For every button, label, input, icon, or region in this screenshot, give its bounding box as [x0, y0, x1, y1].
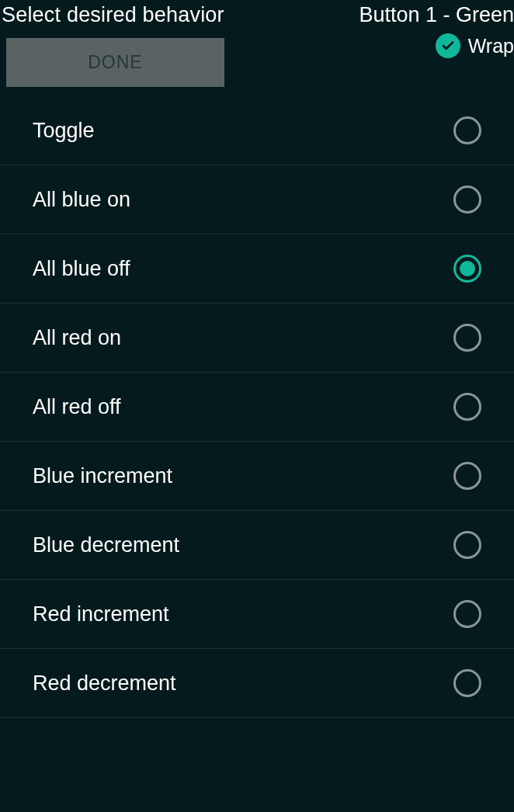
- radio-button[interactable]: [453, 186, 481, 213]
- header: Select desired behavior DONE Button 1 - …: [0, 0, 514, 87]
- option-label: Red increment: [33, 602, 169, 626]
- wrap-checkbox-row[interactable]: Wrap: [436, 33, 514, 58]
- option-row[interactable]: Blue increment: [0, 442, 514, 511]
- radio-button[interactable]: [453, 531, 481, 559]
- radio-button[interactable]: [453, 255, 481, 283]
- header-right: Button 1 - Green Wrap: [359, 3, 514, 58]
- option-row[interactable]: Red increment: [0, 580, 514, 649]
- option-label: All red on: [33, 326, 121, 350]
- option-label: All blue off: [33, 257, 130, 281]
- option-row[interactable]: All blue off: [0, 234, 514, 304]
- check-icon: [441, 39, 455, 53]
- option-row[interactable]: All blue on: [0, 165, 514, 234]
- option-label: Toggle: [33, 119, 95, 143]
- option-label: All blue on: [33, 188, 130, 212]
- page-subtitle: Button 1 - Green: [359, 3, 514, 27]
- option-row[interactable]: All red on: [0, 304, 514, 373]
- option-label: All red off: [33, 395, 121, 419]
- header-left: Select desired behavior DONE: [0, 3, 224, 87]
- done-button[interactable]: DONE: [6, 38, 224, 87]
- option-row[interactable]: All red off: [0, 373, 514, 442]
- radio-button[interactable]: [453, 116, 481, 144]
- page-title: Select desired behavior: [0, 3, 224, 27]
- options-list: ToggleAll blue onAll blue offAll red onA…: [0, 96, 514, 718]
- radio-button[interactable]: [453, 462, 481, 490]
- radio-button[interactable]: [453, 600, 481, 628]
- wrap-checkbox[interactable]: [436, 33, 460, 58]
- option-row[interactable]: Blue decrement: [0, 511, 514, 580]
- radio-button[interactable]: [453, 393, 481, 421]
- wrap-label: Wrap: [468, 35, 514, 57]
- option-row[interactable]: Toggle: [0, 96, 514, 165]
- radio-button[interactable]: [453, 324, 481, 352]
- radio-inner: [460, 261, 475, 276]
- option-row[interactable]: Red decrement: [0, 649, 514, 718]
- radio-button[interactable]: [453, 669, 481, 697]
- option-label: Red decrement: [33, 671, 176, 696]
- option-label: Blue increment: [33, 464, 172, 488]
- option-label: Blue decrement: [33, 533, 179, 557]
